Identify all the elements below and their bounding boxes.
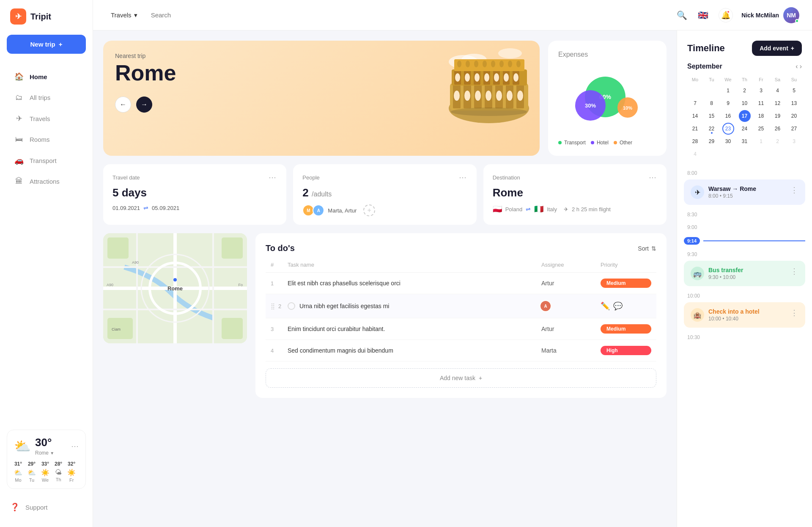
- sidebar-item-all-trips[interactable]: 🗂 All trips: [4, 88, 88, 108]
- cal-day-27[interactable]: 27: [788, 123, 800, 135]
- hotel-event-more[interactable]: ⋮: [790, 308, 798, 317]
- todo-card: To do's Sort ⇅ # Task name Assignee Prio…: [255, 233, 667, 398]
- sidebar-bottom: ❓ Support: [0, 496, 93, 519]
- hotel-event-header: 🏨 Check into a hotel 10:00 • 10:40 ⋮: [691, 308, 798, 322]
- cal-day-oct-2[interactable]: 2: [772, 135, 784, 147]
- search-container: [151, 11, 406, 19]
- weather-widget: ⛅ 30° Rome ▼ ⋯ 31° ⛅ Mo 29° ⛅ Tu: [7, 430, 86, 489]
- hero-prev-button[interactable]: ←: [115, 97, 131, 113]
- svg-rect-65: [222, 237, 243, 259]
- calendar-grid: Mo Tu We Th Fr Sa Su 1 2 3 4 5 6: [687, 75, 802, 160]
- notifications-button[interactable]: 🔔: [719, 8, 733, 22]
- cal-day-19[interactable]: 19: [772, 110, 784, 122]
- cal-day-24[interactable]: 24: [739, 123, 751, 135]
- sidebar-item-attractions[interactable]: 🏛 Attractions: [4, 171, 88, 191]
- drag-handle-2[interactable]: ⣿: [271, 303, 275, 309]
- weather-day-fr-name: Fr: [67, 477, 76, 483]
- hero-next-button[interactable]: →: [136, 97, 152, 113]
- cal-day-28[interactable]: 28: [689, 135, 701, 147]
- cal-day-1[interactable]: 1: [722, 85, 734, 97]
- cal-day-4[interactable]: 4: [772, 85, 784, 97]
- sidebar-item-home[interactable]: 🏠 Home: [4, 66, 88, 87]
- calendar-next-button[interactable]: ›: [800, 63, 802, 70]
- travels-label: Travels: [111, 11, 132, 19]
- flight-event-card[interactable]: ✈ Warsaw → Rome 8:00 • 9:15 ⋮: [684, 179, 805, 205]
- calendar: September ‹ › Mo Tu We Th Fr Sa Su: [677, 56, 812, 167]
- expenses-legend: Transport Hotel Other: [558, 140, 656, 146]
- task-comment-icon[interactable]: 💬: [613, 301, 623, 311]
- language-selector[interactable]: 🇬🇧: [696, 8, 710, 22]
- cal-day-14[interactable]: 14: [689, 110, 701, 122]
- cal-day-8[interactable]: 8: [706, 97, 718, 109]
- cal-day-5[interactable]: 5: [788, 85, 800, 97]
- travel-date-more-button[interactable]: ⋯: [269, 173, 277, 182]
- cal-day-30[interactable]: 30: [722, 135, 734, 147]
- sidebar-item-transport[interactable]: 🚗 Transport: [4, 150, 88, 171]
- sidebar-item-support[interactable]: ❓ Support: [10, 502, 82, 512]
- task-edit-icon[interactable]: ✏️: [601, 301, 610, 311]
- add-event-button[interactable]: Add event +: [752, 41, 802, 56]
- cal-day-oct-1[interactable]: 1: [755, 135, 767, 147]
- weather-day-mo-temp: 31°: [14, 461, 22, 467]
- cal-day-21[interactable]: 21: [689, 123, 701, 135]
- task-checkbox-2[interactable]: [288, 302, 295, 310]
- travel-date-card: Travel date ⋯ 5 days 01.09.2021 ⇌ 05.09.…: [103, 164, 286, 225]
- cal-day-26[interactable]: 26: [772, 123, 784, 135]
- weather-forecast: 31° ⛅ Mo 29° ⛅ Tu 33° ☀️ We 28° 🌤 Th 32°: [14, 461, 79, 483]
- cal-day-2[interactable]: 2: [739, 85, 751, 97]
- people-more-button[interactable]: ⋯: [459, 173, 467, 182]
- task-actions-2: ✏️ 💬: [601, 301, 651, 311]
- svg-point-32: [504, 73, 509, 82]
- hotel-event-card[interactable]: 🏨 Check into a hotel 10:00 • 10:40 ⋮: [684, 302, 805, 328]
- cal-day-29[interactable]: 29: [706, 135, 718, 147]
- cal-day-31[interactable]: 31: [739, 135, 751, 147]
- add-task-button[interactable]: Add new task +: [266, 368, 656, 388]
- new-trip-button[interactable]: New trip +: [7, 35, 86, 54]
- info-cards-row: Travel date ⋯ 5 days 01.09.2021 ⇌ 05.09.…: [103, 164, 667, 225]
- calendar-prev-button[interactable]: ‹: [796, 63, 798, 70]
- svg-point-41: [508, 61, 512, 67]
- cal-day-20[interactable]: 20: [788, 110, 800, 122]
- center-bottom: A90 A90 Fo Rome Ciam: [103, 233, 667, 398]
- cal-day-22[interactable]: 22: [706, 123, 718, 135]
- sidebar-item-home-label: Home: [30, 73, 47, 80]
- bus-event-card[interactable]: 🚌 Bus transfer 9:30 • 10:00 ⋮: [684, 261, 805, 286]
- table-row[interactable]: ⣿ 2 Urna nibh eget facilisis egestas mi …: [266, 294, 656, 318]
- bus-event-more[interactable]: ⋮: [790, 267, 798, 276]
- assignee-4: Marta: [541, 347, 601, 354]
- sidebar-item-rooms[interactable]: 🛏 Rooms: [4, 130, 88, 149]
- cal-day-23[interactable]: 23: [722, 123, 734, 135]
- add-person-button[interactable]: +: [363, 204, 375, 216]
- hotel-event-left: 🏨 Check into a hotel 10:00 • 10:40: [691, 308, 760, 322]
- cal-day-17[interactable]: 17: [739, 110, 751, 122]
- cal-day-3[interactable]: 3: [755, 85, 767, 97]
- flight-event-more[interactable]: ⋮: [790, 185, 798, 195]
- search-input[interactable]: [151, 11, 406, 19]
- sidebar-item-travels[interactable]: ✈ Travels: [4, 108, 88, 129]
- user-profile[interactable]: Nick McMilan NM: [741, 7, 799, 23]
- cal-day-oct-4[interactable]: 4: [689, 148, 701, 160]
- svg-point-14: [475, 91, 481, 101]
- cal-day-25[interactable]: 25: [755, 123, 767, 135]
- content-area: Nearest trip Rome ← →: [93, 30, 812, 527]
- travel-date-value: 5 days: [112, 186, 277, 199]
- cal-day-15[interactable]: 15: [706, 110, 718, 122]
- cal-day-9[interactable]: 9: [722, 97, 734, 109]
- travels-dropdown[interactable]: Travels ▾: [106, 8, 143, 22]
- map-container[interactable]: A90 A90 Fo Rome Ciam: [103, 233, 247, 343]
- app-name: Tripit: [30, 12, 51, 22]
- svg-point-28: [465, 73, 470, 82]
- cal-day-11[interactable]: 11: [755, 97, 767, 109]
- sort-button[interactable]: Sort ⇅: [638, 245, 656, 252]
- cal-day-13[interactable]: 13: [788, 97, 800, 109]
- cal-day-12[interactable]: 12: [772, 97, 784, 109]
- destination-more-button[interactable]: ⋯: [649, 173, 657, 182]
- weather-more-options[interactable]: ⋯: [71, 441, 79, 451]
- search-icon-button[interactable]: 🔍: [677, 10, 687, 20]
- cal-day-7[interactable]: 7: [689, 97, 701, 109]
- cal-day-oct-3[interactable]: 3: [788, 135, 800, 147]
- cal-day-10[interactable]: 10: [739, 97, 751, 109]
- cal-day-18[interactable]: 18: [755, 110, 767, 122]
- user-name: Nick McMilan: [741, 12, 779, 19]
- cal-day-16[interactable]: 16: [722, 110, 734, 122]
